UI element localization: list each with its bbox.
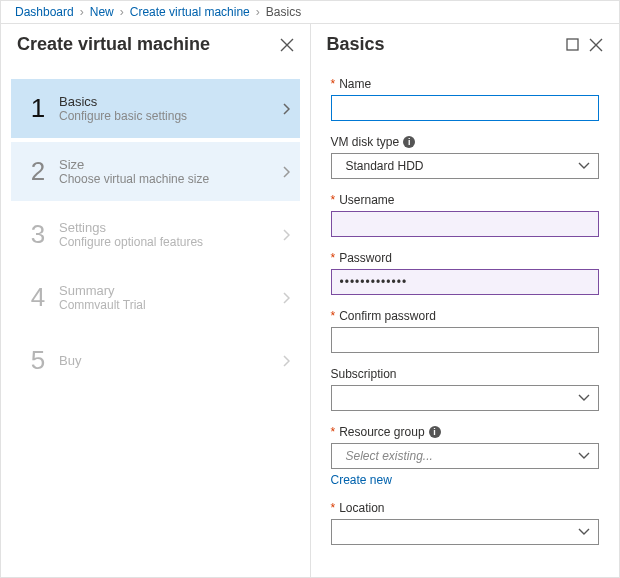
username-label: Username [339,193,394,207]
chevron-right-icon [282,355,290,367]
wizard-step-buy[interactable]: 5 Buy [11,331,300,390]
step-sub: Choose virtual machine size [59,172,282,186]
step-number: 2 [21,156,55,187]
required-icon: * [331,425,336,439]
breadcrumb-current: Basics [266,5,301,19]
wizard-step-settings[interactable]: 3 Settings Configure optional features [11,205,300,264]
step-number: 3 [21,219,55,250]
close-icon[interactable] [589,38,603,52]
required-icon: * [331,309,336,323]
confirm-password-input[interactable] [331,327,600,353]
step-sub: Commvault Trial [59,298,282,312]
info-icon[interactable]: i [429,426,441,438]
wizard-step-summary[interactable]: 4 Summary Commvault Trial [11,268,300,327]
required-icon: * [331,251,336,265]
required-icon: * [331,193,336,207]
confirm-password-label: Confirm password [339,309,436,323]
wizard-step-size[interactable]: 2 Size Choose virtual machine size [11,142,300,201]
chevron-right-icon: › [80,5,84,19]
wizard-blade: Create virtual machine 1 Basics Configur… [1,24,311,577]
step-label: Size [59,157,282,172]
info-icon[interactable]: i [403,136,415,148]
step-sub: Configure basic settings [59,109,282,123]
location-label: Location [339,501,384,515]
maximize-icon[interactable] [566,38,579,51]
required-icon: * [331,501,336,515]
disk-type-label: VM disk type [331,135,400,149]
close-icon[interactable] [280,38,294,52]
name-label: Name [339,77,371,91]
username-input[interactable] [331,211,600,237]
resource-group-select[interactable]: Select existing... [331,443,600,469]
step-number: 5 [21,345,55,376]
disk-type-select[interactable]: Standard HDD [331,153,600,179]
wizard-step-basics[interactable]: 1 Basics Configure basic settings [11,79,300,138]
step-number: 1 [21,93,55,124]
chevron-right-icon: › [256,5,260,19]
step-label: Buy [59,353,282,368]
subscription-select[interactable] [331,385,600,411]
form-title: Basics [327,34,567,55]
breadcrumb-link-new[interactable]: New [90,5,114,19]
chevron-down-icon [578,528,590,536]
step-label: Settings [59,220,282,235]
chevron-down-icon [578,394,590,402]
breadcrumb-link-dashboard[interactable]: Dashboard [15,5,74,19]
resource-group-value: Select existing... [340,449,433,463]
step-label: Basics [59,94,282,109]
chevron-right-icon: › [120,5,124,19]
subscription-label: Subscription [331,367,397,381]
name-input[interactable] [331,95,600,121]
chevron-right-icon [282,166,290,178]
password-input[interactable] [331,269,600,295]
location-select[interactable] [331,519,600,545]
wizard-title: Create virtual machine [17,34,280,55]
breadcrumb-link-create-vm[interactable]: Create virtual machine [130,5,250,19]
chevron-right-icon [282,229,290,241]
svg-rect-0 [567,39,578,50]
chevron-right-icon [282,292,290,304]
chevron-down-icon [578,162,590,170]
form-blade: Basics *Name VM disk typei [311,24,620,577]
resource-group-label: Resource group [339,425,424,439]
step-label: Summary [59,283,282,298]
password-label: Password [339,251,392,265]
step-sub: Configure optional features [59,235,282,249]
breadcrumb: Dashboard › New › Create virtual machine… [1,1,619,24]
chevron-down-icon [578,452,590,460]
disk-type-value: Standard HDD [340,159,424,173]
create-new-link[interactable]: Create new [331,473,392,487]
chevron-right-icon [282,103,290,115]
required-icon: * [331,77,336,91]
step-number: 4 [21,282,55,313]
